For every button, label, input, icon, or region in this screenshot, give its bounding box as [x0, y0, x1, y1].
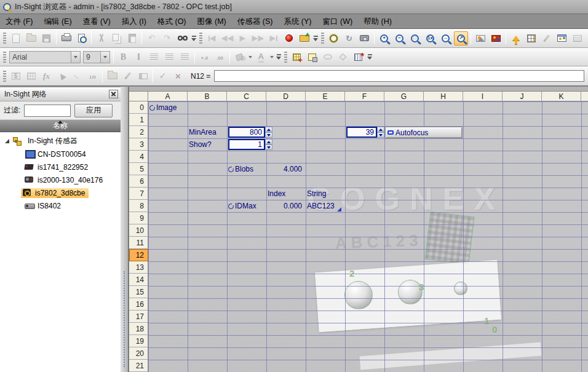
tree-item-is1741-822952[interactable]: is1741_822952 — [0, 160, 121, 173]
increase-decimal-icon: +.0 — [201, 53, 208, 61]
menu-view[interactable]: 查看 (V) — [77, 15, 116, 28]
cell-C2-spin-up-button[interactable] — [265, 127, 272, 132]
trigger-icon[interactable]: ↻ — [342, 31, 356, 46]
zoom-region-icon[interactable]: □ — [408, 31, 422, 46]
cell-C2-editbox[interactable] — [228, 127, 265, 138]
zoom-fill-icon[interactable]: ↗ — [454, 31, 468, 46]
cell-C8[interactable]: IDMax — [228, 200, 256, 212]
tree-item-is7802-3d8cbe[interactable]: is7802_3d8cbe — [0, 186, 121, 199]
format-cells-icon: $ — [9, 69, 23, 83]
toolbar-gripper[interactable] — [199, 33, 202, 44]
cell-D5[interactable]: 4.000 — [266, 163, 305, 175]
dropdown-arrow-icon[interactable] — [71, 52, 80, 63]
color-dropdown-arrow[interactable] — [269, 50, 275, 64]
menu-sensor[interactable]: 传感器 (S) — [232, 15, 279, 28]
formula-input[interactable] — [214, 70, 584, 82]
cell-note-icon — [337, 207, 341, 212]
zoom-in-icon[interactable]: + — [377, 31, 391, 46]
cell-B2[interactable]: MinArea — [189, 126, 217, 138]
tree-item-is2000-130-40e176[interactable]: is2000-130_40e176 — [0, 173, 121, 186]
toolbar-overflow-button[interactable] — [190, 31, 197, 46]
easybuilder-view-icon[interactable] — [555, 31, 569, 46]
menu-image[interactable]: 图像 (M) — [192, 15, 232, 28]
function-icon — [149, 105, 155, 111]
tree-item-cn-dst00054[interactable]: CN-DST00054 — [0, 148, 121, 160]
tree-root-insight-sensors[interactable]: In-Sight 传感器 — [0, 135, 121, 148]
tree-item-is1741-822952-label[interactable]: is1741_822952 — [22, 162, 90, 172]
font-size-combo[interactable]: 9 — [83, 51, 110, 63]
import-cells-icon[interactable] — [509, 31, 523, 46]
cell-A0[interactable]: Image — [149, 101, 177, 114]
autofocus-button[interactable]: Autofocus — [385, 127, 463, 138]
camera-setup-icon[interactable] — [357, 31, 371, 46]
cell-C5[interactable]: Blobs — [228, 163, 253, 175]
import-snippet-icon[interactable]: * — [351, 50, 365, 64]
print-icon[interactable] — [59, 31, 73, 46]
tree-item-is2000-130-40e176-label[interactable]: is2000-130_40e176 — [22, 175, 105, 185]
tree-item-cn-dst00054-label[interactable]: CN-DST00054 — [22, 149, 89, 159]
formatting-toolbar: Arial9BI+.0.00A+* — [0, 48, 588, 66]
cell-D7[interactable]: Index — [268, 188, 285, 200]
print-preview-icon[interactable] — [74, 31, 89, 46]
menu-window[interactable]: 窗口 (W) — [317, 15, 359, 28]
cell-E7-text: String — [307, 189, 326, 198]
menu-format[interactable]: 格式 (O) — [152, 15, 192, 28]
live-video-icon[interactable] — [327, 31, 341, 46]
edit-cell-icon — [124, 73, 131, 80]
export-cells-icon[interactable] — [524, 31, 538, 46]
name-column-header[interactable]: 名称 — [0, 120, 121, 132]
image-display-icon[interactable] — [489, 31, 503, 46]
record-icon[interactable] — [282, 31, 296, 46]
dropdown-arrow-icon[interactable] — [100, 52, 109, 63]
cell-F2-spin-down-button[interactable] — [377, 132, 384, 138]
toolbar-overflow-button[interactable] — [275, 50, 282, 65]
tree-item-is8402-label[interactable]: IS8402 — [22, 201, 63, 211]
zoom-1x-icon[interactable]: 1x — [423, 31, 437, 46]
toolbar-gripper[interactable] — [3, 33, 6, 44]
toolbar-overflow-button[interactable] — [312, 31, 319, 46]
toolbar-gripper[interactable] — [284, 52, 287, 63]
cell-C2-spin-down-button[interactable] — [265, 132, 272, 138]
add-snippet-icon[interactable]: + — [290, 50, 304, 64]
cell-E8[interactable]: ABC123 — [307, 200, 335, 212]
cut-icon — [94, 31, 108, 46]
insert-function-icon: fx — [39, 69, 54, 83]
panel-close-button[interactable] — [109, 90, 118, 98]
cell-F2-spin-up-button[interactable] — [377, 127, 384, 132]
trigger-icon: ↻ — [346, 33, 352, 44]
font-name-combo[interactable]: Arial — [9, 51, 81, 63]
menu-help[interactable]: 帮助 (H) — [358, 15, 397, 28]
filmstrip-folder-icon[interactable] — [297, 31, 311, 46]
title-bar[interactable]: In-Sight 浏览器 - admin - [is7802_3d8cbe - … — [0, 0, 588, 14]
toolbar-gripper[interactable] — [3, 52, 6, 63]
panel-splitter[interactable] — [121, 87, 129, 372]
zoom-out-icon[interactable]: − — [392, 31, 407, 46]
tree-item-is7802-3d8cbe-label[interactable]: is7802_3d8cbe — [21, 188, 89, 198]
filter-input[interactable] — [24, 105, 71, 117]
cell-E7[interactable]: String — [307, 188, 326, 200]
apply-filter-button[interactable]: 应用 — [74, 104, 113, 117]
cell-D8[interactable]: 0.000 — [266, 200, 305, 212]
cell-E8-text: ABC123 — [307, 202, 335, 210]
menu-insert[interactable]: 插入 (I) — [116, 15, 152, 28]
toolbar-overflow-button[interactable] — [366, 50, 373, 65]
image-adjust-icon[interactable] — [474, 31, 488, 46]
cell-C3-editbox[interactable] — [228, 139, 265, 150]
cell-C3-spin-down-button[interactable] — [265, 144, 272, 150]
cell-C3-spin-up-button[interactable] — [265, 139, 272, 144]
cell-B3[interactable]: Show? — [189, 138, 212, 151]
paste-snippet-icon[interactable] — [305, 50, 319, 64]
tree-expander-icon[interactable] — [5, 139, 9, 143]
toolbar-gripper[interactable] — [321, 33, 324, 44]
menu-file[interactable]: 文件 (F) — [0, 15, 38, 28]
color-dropdown-arrow[interactable] — [247, 50, 253, 64]
copy-icon — [109, 31, 124, 46]
zoom-fit-icon[interactable]: ↔ — [439, 31, 453, 46]
menu-edit[interactable]: 编辑 (E) — [38, 15, 77, 28]
find-icon[interactable] — [175, 31, 189, 46]
tree-item-is8402[interactable]: IS8402 — [0, 199, 121, 212]
toolbar-gripper[interactable] — [3, 71, 6, 82]
cell-F2-editbox[interactable] — [346, 127, 377, 138]
cam2000-icon — [25, 176, 35, 184]
menu-system[interactable]: 系统 (Y) — [278, 15, 317, 28]
